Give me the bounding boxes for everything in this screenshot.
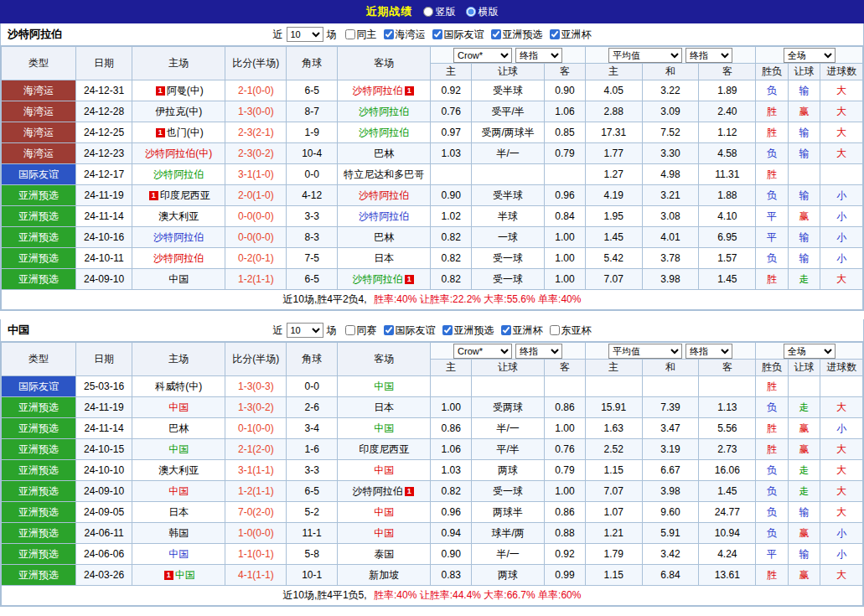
home-team-cell: 澳大利亚 — [132, 460, 225, 481]
red-card-badge: 1 — [405, 86, 414, 96]
filter-checkbox[interactable] — [550, 325, 560, 335]
date-cell: 24-12-31 — [76, 80, 132, 101]
away-team-cell: 沙特阿拉伯 — [338, 185, 431, 206]
recent-count-select[interactable]: 10 — [287, 27, 323, 42]
filter-checkbox-option[interactable]: 亚洲预选 — [491, 28, 543, 42]
average-select[interactable]: 平均值 — [608, 344, 682, 359]
final-odds-select[interactable]: 终指 — [515, 344, 562, 359]
filter-checkbox-option[interactable]: 海湾运 — [384, 28, 426, 42]
filter-checkbox-option[interactable]: 东亚杯 — [550, 324, 592, 338]
score-cell-text: 4-1(1-1) — [238, 569, 274, 581]
avg-draw-cell: 3.08 — [642, 206, 699, 227]
score-cell-text: 2-0(1-0) — [238, 189, 274, 201]
score-cell-text: 0-0(0-0) — [238, 210, 274, 222]
filter-checkbox-option[interactable]: 同赛 — [345, 324, 377, 338]
filter-checkbox-option[interactable]: 亚洲杯 — [550, 28, 592, 42]
team-name: 韩国 — [168, 527, 189, 539]
team-name-title: 中国 — [8, 323, 29, 338]
filter-checkbox[interactable] — [432, 29, 442, 39]
fulltime-select[interactable]: 全场 — [784, 344, 836, 359]
score-cell: 2-0(1-0) — [225, 185, 287, 206]
filter-checkbox-option[interactable]: 亚洲预选 — [442, 324, 494, 338]
final-odds-select[interactable]: 终指 — [515, 48, 562, 63]
average-final-select[interactable]: 终指 — [686, 48, 732, 63]
avg-draw-cell: 3.42 — [642, 544, 699, 565]
avg-away-cell — [699, 376, 756, 397]
horizontal-layout-radio[interactable] — [466, 7, 476, 17]
score-cell-text: 3-1(1-1) — [238, 464, 274, 476]
filter-checkbox[interactable] — [345, 325, 355, 335]
recent-count-select[interactable]: 10 — [287, 323, 323, 338]
filter-checkbox-option[interactable]: 国际友谊 — [384, 324, 436, 338]
date-cell-text: 24-12-31 — [84, 85, 124, 96]
corners-cell: 7-5 — [287, 248, 338, 269]
odds-away-cell: 1.06 — [545, 101, 586, 122]
result-handicap-cell-text: 走 — [799, 485, 810, 497]
avg-home-cell-text: 1.15 — [604, 464, 623, 476]
summary-stats: 胜率:40% 让胜率:22.2% 大率:55.6% 单率:40% — [374, 293, 581, 305]
vertical-layout-label: 竖版 — [436, 5, 456, 19]
avg-away-cell-text: 4.10 — [717, 210, 737, 222]
layout-radio-vertical[interactable]: 竖版 — [423, 5, 456, 19]
odds-away-cell-text: 0.92 — [555, 548, 574, 560]
vertical-layout-radio[interactable] — [423, 7, 433, 17]
fulltime-select[interactable]: 全场 — [784, 48, 836, 63]
filter-checkbox[interactable] — [550, 29, 560, 39]
result-handicap-cell-text: 走 — [799, 273, 810, 285]
avg-away-cell: 4.58 — [699, 143, 756, 164]
bookmaker-select[interactable]: Crow* — [453, 344, 512, 359]
result-goals-cell: 大 — [820, 80, 863, 101]
avg-home-cell: 1.21 — [585, 523, 642, 544]
date-cell-text: 24-03-26 — [84, 569, 124, 581]
away-team-cell: 中国 — [338, 460, 431, 481]
competition-badge: 亚洲预选 — [2, 185, 76, 206]
filter-checkbox[interactable] — [345, 29, 355, 39]
avg-away-cell-text: 4.24 — [717, 548, 737, 560]
corners-cell: 11-1 — [287, 523, 338, 544]
result-handicap-cell: 走 — [788, 397, 820, 418]
filter-checkbox[interactable] — [501, 325, 511, 335]
competition-badge: 亚洲预选 — [2, 418, 76, 439]
avg-home-cell: 1.45 — [585, 227, 642, 248]
team-section-saudi-arabia: 沙特阿拉伯 近 10 场 同主海湾运国际友谊亚洲预选亚洲杯 类型 日期 主场 比… — [0, 23, 864, 311]
filter-checkbox[interactable] — [442, 325, 453, 335]
layout-radio-horizontal[interactable]: 横版 — [466, 5, 499, 19]
odds-away-cell-text: 0.90 — [555, 85, 574, 96]
avg-away-cell: 2.73 — [699, 439, 756, 460]
filter-checkbox-option[interactable]: 同主 — [345, 28, 377, 42]
filter-checkbox-option[interactable]: 国际友谊 — [432, 28, 484, 42]
odds-home-cell-text: 1.02 — [442, 210, 461, 222]
avg-draw-cell-text: 9.60 — [660, 506, 680, 518]
filter-checkbox[interactable] — [491, 29, 501, 39]
result-winloss-cell-text: 胜 — [767, 127, 777, 138]
filter-checkbox[interactable] — [384, 29, 394, 39]
score-cell-text: 1-3(0-3) — [238, 380, 274, 392]
date-cell: 24-11-19 — [76, 185, 132, 206]
result-handicap-cell: 赢 — [788, 523, 820, 544]
away-team-cell: 日本 — [338, 248, 431, 269]
odds-away-cell-text: 1.06 — [555, 106, 574, 117]
average-select[interactable]: 平均值 — [608, 48, 682, 63]
competition-badge-text: 亚洲预选 — [18, 506, 59, 518]
result-winloss-cell: 胜 — [756, 269, 788, 290]
odds-handicap-cell: 受两球 — [472, 397, 545, 418]
average-final-select[interactable]: 终指 — [686, 344, 732, 359]
result-winloss-cell: 负 — [756, 397, 788, 418]
filter-checkbox-option[interactable]: 亚洲杯 — [501, 324, 543, 338]
filter-checkbox[interactable] — [384, 325, 394, 335]
corners-cell-text: 5-2 — [304, 506, 318, 518]
result-handicap-cell: 赢 — [788, 565, 820, 586]
corners-cell-text: 5-8 — [304, 548, 318, 560]
date-cell-text: 24-10-15 — [84, 443, 124, 455]
competition-badge: 亚洲预选 — [2, 502, 76, 523]
result-winloss-cell: 平 — [756, 206, 788, 227]
result-winloss-cell-text: 平 — [767, 210, 777, 222]
col-header-odds-away: 客 — [545, 64, 586, 80]
away-team-cell: 沙特阿拉伯 — [338, 122, 431, 143]
matches-tbody: 国际友谊25-03-16科威特(中)1-3(0-3)0-0中国胜亚洲预选24-1… — [2, 376, 863, 586]
result-winloss-cell-text: 负 — [767, 506, 777, 518]
odds-away-cell: 0.85 — [545, 122, 586, 143]
team-name: 科威特(中) — [155, 380, 202, 392]
bookmaker-select[interactable]: Crow* — [453, 48, 512, 63]
average-group-header: 平均值终指 — [585, 47, 756, 64]
